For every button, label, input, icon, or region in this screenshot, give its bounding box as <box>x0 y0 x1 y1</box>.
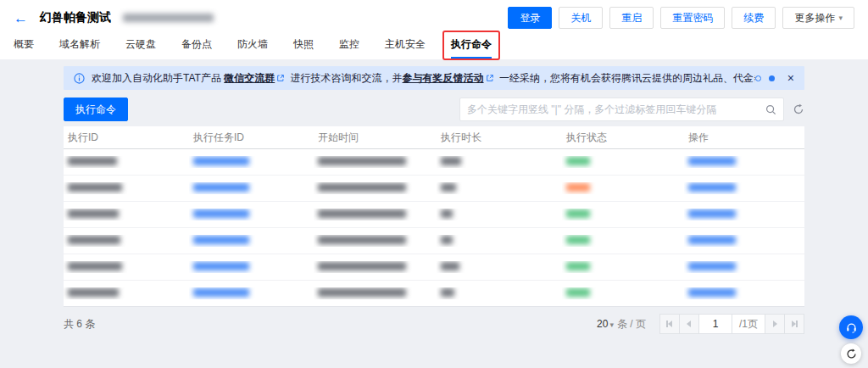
tab-snapshot[interactable]: 快照 <box>293 37 314 59</box>
banner-text-before: 欢迎加入自动化助手TAT产品 <box>92 72 224 84</box>
col-status: 执行状态 <box>562 131 684 145</box>
col-start-time: 开始时间 <box>314 131 437 145</box>
table-row <box>64 202 804 228</box>
close-icon[interactable]: × <box>787 72 794 84</box>
execution-table: 执行ID 执行任务ID 开始时间 执行时长 执行状态 操作 <box>64 126 804 307</box>
redacted-operation-link[interactable] <box>688 183 736 192</box>
redacted-duration <box>441 236 453 244</box>
redacted-start-time <box>318 209 406 218</box>
redacted-execution-id <box>68 209 119 218</box>
tab-run-command[interactable]: 执行命令 <box>451 37 492 59</box>
tab-overview[interactable]: 概要 <box>14 37 34 59</box>
total-count: 共 6 条 <box>64 317 95 332</box>
last-page-button[interactable] <box>784 314 804 334</box>
search-box <box>459 98 784 121</box>
page-refresh-button[interactable] <box>841 343 861 364</box>
pagination: /1页 <box>659 314 804 334</box>
col-execution-id: 执行ID <box>64 131 189 145</box>
info-banner: 欢迎加入自动化助手TAT产品 微信交流群 进行技术咨询和交流，并参与有奖反馈活动… <box>64 66 804 90</box>
redacted-start-time <box>318 288 406 297</box>
page-size-select[interactable]: 20▾ <box>597 318 614 330</box>
col-duration: 执行时长 <box>437 131 562 145</box>
redacted-operation-link[interactable] <box>688 262 736 270</box>
col-operation: 操作 <box>684 131 804 145</box>
wechat-group-link[interactable]: 微信交流群 <box>224 72 275 84</box>
next-page-button[interactable] <box>765 314 785 334</box>
redacted-start-time <box>318 157 406 165</box>
reset-password-button[interactable]: 重置密码 <box>660 7 725 29</box>
redacted-task-id-link[interactable] <box>193 183 249 192</box>
first-page-button[interactable] <box>659 314 680 334</box>
col-task-id: 执行任务ID <box>189 131 314 145</box>
refresh-icon[interactable] <box>793 103 804 115</box>
renew-button[interactable]: 续费 <box>732 7 776 29</box>
redacted-task-id-link[interactable] <box>193 262 249 270</box>
table-row <box>64 176 804 202</box>
more-actions-label: 更多操作 <box>794 11 835 25</box>
redacted-status-success <box>566 209 590 218</box>
back-arrow-icon[interactable]: ← <box>14 11 28 25</box>
redacted-status-failed <box>566 183 590 192</box>
redacted-operation-link[interactable] <box>688 288 736 297</box>
redacted-duration <box>441 157 461 165</box>
redacted-status-success <box>566 157 590 165</box>
table-row <box>64 281 804 307</box>
redacted-status-success <box>566 262 590 270</box>
page-header: ← 幻兽帕鲁测试 登录 关机 重启 重置密码 续费 更多操作▾ 概要 域名解析 … <box>0 0 868 59</box>
redacted-operation-link[interactable] <box>688 209 736 218</box>
headset-icon <box>845 321 858 334</box>
chevron-down-icon: ▾ <box>838 14 843 22</box>
prev-page-button[interactable] <box>679 314 699 334</box>
shutdown-button[interactable]: 关机 <box>559 7 603 29</box>
tab-cloud-disk[interactable]: 云硬盘 <box>125 37 156 59</box>
banner-text-mid: 进行技术咨询和交流，并 <box>287 72 402 84</box>
page-size-value: 20 <box>597 318 608 330</box>
redacted-duration <box>441 183 456 192</box>
redacted-task-id-link[interactable] <box>193 209 249 218</box>
table-row <box>64 228 804 254</box>
more-actions-button[interactable]: 更多操作▾ <box>782 7 854 29</box>
chevron-down-icon: ▾ <box>609 321 614 329</box>
active-tab-underline <box>451 57 492 59</box>
banner-text-after: 一经采纳，您将有机会获得腾讯云提供的周边礼品、代金券等神秘奖励！ <box>497 72 755 84</box>
tab-dns[interactable]: 域名解析 <box>59 37 100 59</box>
help-support-button[interactable] <box>839 315 863 339</box>
banner-text: 欢迎加入自动化助手TAT产品 微信交流群 进行技术咨询和交流，并参与有奖反馈活动… <box>92 71 755 86</box>
tab-firewall[interactable]: 防火墙 <box>237 37 268 59</box>
info-icon <box>74 73 85 84</box>
redacted-execution-id <box>68 236 120 244</box>
redacted-status-success <box>566 288 590 297</box>
search-icon[interactable] <box>765 104 776 115</box>
page-size-suffix: 条 / 页 <box>617 317 646 332</box>
restart-button[interactable]: 重启 <box>609 7 654 29</box>
tab-bar: 概要 域名解析 云硬盘 备份点 防火墙 快照 监控 主机安全 执行命令 <box>0 36 868 59</box>
login-button[interactable]: 登录 <box>508 7 552 29</box>
redacted-operation-link[interactable] <box>688 157 736 165</box>
redacted-task-id-link[interactable] <box>193 236 249 244</box>
redacted-execution-id <box>68 288 119 297</box>
tab-monitor[interactable]: 监控 <box>339 37 359 59</box>
redacted-task-id-link[interactable] <box>193 288 249 297</box>
carousel-dot-2[interactable] <box>769 75 775 81</box>
feedback-activity-link[interactable]: 参与有奖反馈活动 <box>403 72 484 84</box>
carousel-dot-1[interactable] <box>755 75 761 81</box>
page-total-label: /1页 <box>732 314 765 334</box>
redacted-start-time <box>318 236 406 244</box>
search-input[interactable] <box>467 103 765 115</box>
tab-host-security[interactable]: 主机安全 <box>385 37 426 59</box>
redacted-execution-id <box>68 157 117 165</box>
redacted-start-time <box>318 262 406 270</box>
page-number-input[interactable] <box>698 314 732 334</box>
redacted-execution-id <box>68 262 122 270</box>
redacted-instance-info <box>123 14 214 22</box>
run-command-button[interactable]: 执行命令 <box>64 98 128 121</box>
table-row <box>64 149 804 176</box>
tab-backup-point[interactable]: 备份点 <box>181 37 212 59</box>
table-row <box>64 254 804 281</box>
table-header: 执行ID 执行任务ID 开始时间 执行时长 执行状态 操作 <box>64 126 804 149</box>
external-link-icon[interactable] <box>486 74 494 82</box>
redacted-duration <box>441 209 453 218</box>
external-link-icon[interactable] <box>276 74 285 82</box>
redacted-task-id-link[interactable] <box>193 157 249 165</box>
redacted-operation-link[interactable] <box>688 236 736 244</box>
